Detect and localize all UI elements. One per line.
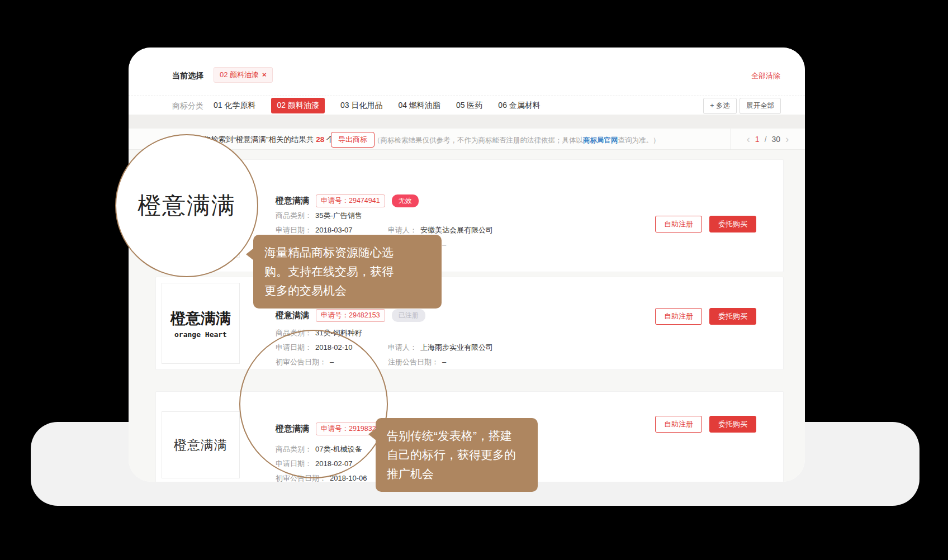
applicant-cell: 申请人：上海雨步实业有限公司 <box>388 343 493 353</box>
tooltip-promotion: 告别传统“发表格”，搭建 自己的标行，获得更多的 推广机会 <box>376 418 538 492</box>
tooltip-line: 海量精品商标资源随心选 <box>264 243 430 262</box>
self-register-button[interactable]: 自助注册 <box>655 308 702 325</box>
selected-filter-tag[interactable]: 02 颜料油漆× <box>214 67 273 83</box>
category-label: 商品类别： <box>276 211 312 220</box>
magnified-trademark-text: 橙意满满 <box>138 190 236 221</box>
trademark-name: 橙意满满 <box>276 196 309 206</box>
row-actions: 自助注册 委托购买 <box>655 416 756 433</box>
section-divider-strip <box>129 115 805 129</box>
trademark-image-text: 橙意满满 <box>170 309 231 329</box>
filter-bar: 当前选择 02 颜料油漆× 全部清除 <box>129 48 805 96</box>
row-title-line: 橙意满满 申请号：29482153 已注册 <box>276 309 425 322</box>
category-bar-label: 商标分类 <box>172 101 203 111</box>
application-number-value: 29474941 <box>349 197 380 205</box>
applicant-value: 安徽美达会展有限公司 <box>420 226 493 234</box>
application-number-value: 29482153 <box>349 311 380 319</box>
row-actions: 自助注册 委托购买 <box>655 216 756 232</box>
expand-all-button[interactable]: 展开全部 <box>740 98 781 114</box>
reg-pub-label: 注册公告日期： <box>388 358 439 366</box>
pagination: ‹ 1 / 30 › <box>731 129 805 150</box>
tag-close-icon[interactable]: × <box>262 70 267 79</box>
trademark-name: 橙意满满 <box>276 310 309 321</box>
pagination-separator: / <box>765 135 767 144</box>
category-tabs: 01 化学原料 02 颜料油漆 03 日化用品 04 燃料油脂 05 医药 06… <box>214 98 541 113</box>
page-background: 当前选择 02 颜料油漆× 全部清除 商标分类 01 化学原料 02 颜料油漆 … <box>0 0 948 560</box>
category-bar: 商标分类 01 化学原料 02 颜料油漆 03 日化用品 04 燃料油脂 05 … <box>129 97 805 115</box>
tooltip-line: 更多的交易机会 <box>264 281 430 300</box>
application-number-label: 申请号： <box>321 197 349 205</box>
applicant-cell: 申请人：安徽美达会展有限公司 <box>388 225 493 235</box>
application-number-tag: 申请号：29474941 <box>316 194 385 207</box>
trademark-image-text: 橙意满满 <box>174 436 227 454</box>
disclaimer-prefix: （商标检索结果仅供参考，不作为商标能否注册的法律依据；具体以 <box>373 136 583 144</box>
entrust-buy-button[interactable]: 委托购买 <box>709 308 756 325</box>
reg-pub-value: – <box>442 358 446 366</box>
clear-all-button[interactable]: 全部清除 <box>751 71 780 81</box>
pagination-total-pages: 30 <box>772 135 781 144</box>
results-count: 28 <box>316 135 324 144</box>
trademark-image: 橙意满满 orange Heart <box>162 283 240 364</box>
reg-pub-value: – <box>442 240 446 249</box>
magnifier-circle: 橙意满满 <box>115 134 258 277</box>
application-number-tag: 申请号：29482153 <box>316 309 385 322</box>
self-register-button[interactable]: 自助注册 <box>655 416 702 433</box>
application-number-label: 申请号： <box>321 311 349 319</box>
category-tab-04[interactable]: 04 燃料油脂 <box>398 101 440 111</box>
tooltip-line: 购。支持在线交易，获得 <box>264 262 430 281</box>
disclaimer-text: （商标检索结果仅供参考，不作为商标能否注册的法律依据；具体以商标局官网查询为准。… <box>373 136 660 145</box>
table-row: 橙意满满 orange Heart 橙意满满 申请号：29482153 已注册 … <box>155 277 784 370</box>
trademark-image: 橙意满满 <box>162 411 240 478</box>
pagination-next-icon[interactable]: › <box>785 134 789 144</box>
category-tab-01[interactable]: 01 化学原料 <box>214 101 255 111</box>
entrust-buy-button[interactable]: 委托购买 <box>709 416 756 433</box>
applicant-label: 申请人： <box>388 226 417 234</box>
trademark-image-subtext: orange Heart <box>174 330 227 339</box>
row-actions: 自助注册 委托购买 <box>655 308 756 325</box>
detail-line: 商品类别：35类-广告销售 <box>276 211 700 225</box>
selected-filter-tag-text: 02 颜料油漆 <box>220 70 259 79</box>
reg-pub-cell: 注册公告日期：– <box>388 357 446 367</box>
tooltip-line: 推广机会 <box>387 464 527 483</box>
category-tab-06[interactable]: 06 金属材料 <box>498 101 540 111</box>
trademark-office-link[interactable]: 商标局官网 <box>583 136 618 144</box>
tooltip-line: 自己的标行，获得更多的 <box>387 445 527 464</box>
multi-select-button[interactable]: + 多选 <box>703 98 737 114</box>
pagination-current-page: 1 <box>755 135 760 144</box>
current-selection-label: 当前选择 <box>172 71 203 81</box>
self-register-button[interactable]: 自助注册 <box>655 216 702 232</box>
category-tab-03[interactable]: 03 日化用品 <box>340 101 382 111</box>
tooltip-marketplace: 海量精品商标资源随心选 购。支持在线交易，获得 更多的交易机会 <box>253 235 442 309</box>
category-tab-05[interactable]: 05 医药 <box>456 101 482 111</box>
tooltip-line: 告别传统“发表格”，搭建 <box>387 426 527 445</box>
status-badge: 无效 <box>392 194 419 207</box>
row-title-line: 橙意满满 申请号：29474941 无效 <box>276 194 419 207</box>
category-value: 35类-广告销售 <box>315 211 362 220</box>
browser-card: 当前选择 02 颜料油漆× 全部清除 商标分类 01 化学原料 02 颜料油漆 … <box>129 48 805 482</box>
export-trademark-button[interactable]: 导出商标 <box>331 132 375 148</box>
apply-date-label: 申请日期： <box>276 226 312 234</box>
pagination-prev-icon[interactable]: ‹ <box>747 134 750 144</box>
magnifier-ring <box>239 330 388 478</box>
applicant-value: 上海雨步实业有限公司 <box>420 343 493 352</box>
results-header: 为您检索到“橙意满满”相关的结果共 28 个 导出商标 （商标检索结果仅供参考，… <box>129 129 805 150</box>
category-tab-02-active[interactable]: 02 颜料油漆 <box>271 98 324 113</box>
status-badge: 已注册 <box>392 309 425 322</box>
entrust-buy-button[interactable]: 委托购买 <box>709 216 756 232</box>
disclaimer-suffix: 查询为准。） <box>618 136 660 144</box>
applicant-label: 申请人： <box>388 343 417 352</box>
apply-date-value: 2018-03-07 <box>315 226 353 234</box>
